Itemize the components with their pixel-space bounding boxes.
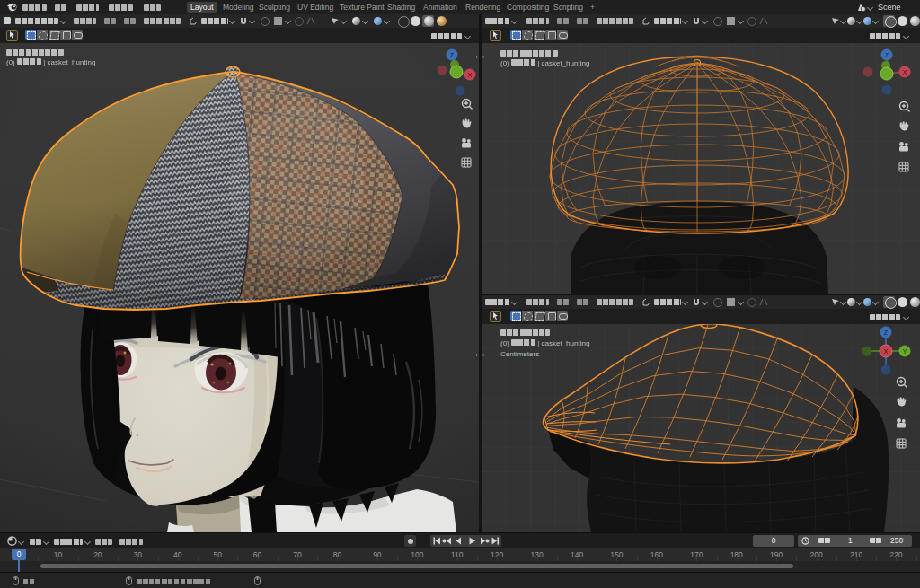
svg-text:Z: Z — [450, 52, 455, 58]
svg-text:X: X — [468, 72, 473, 78]
svg-text:Z: Z — [884, 329, 889, 336]
svg-text:Y: Y — [903, 348, 907, 355]
svg-text:X: X — [884, 348, 889, 355]
svg-text:Z: Z — [885, 52, 889, 58]
svg-text:X: X — [903, 69, 907, 75]
